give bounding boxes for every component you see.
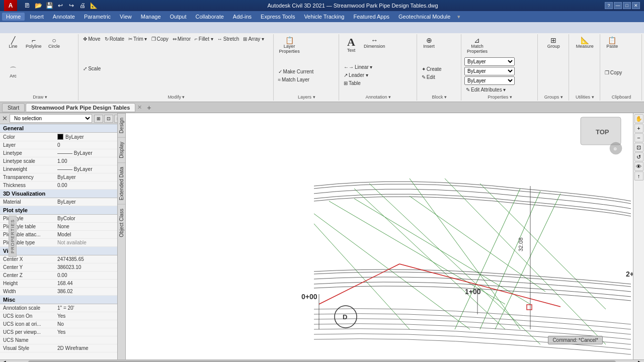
ribbon-btn-group[interactable]: ⊞ Group: [544, 35, 562, 50]
ribbon-btn-match-properties[interactable]: ⊿ MatchProperties: [464, 35, 490, 55]
app-logo[interactable]: A: [4, 0, 17, 11]
hscroll-thumb[interactable]: [28, 360, 616, 363]
panel-close-btn[interactable]: ✕: [2, 115, 8, 122]
qa-print[interactable]: 🖨: [77, 1, 88, 10]
material-value[interactable]: ByLayer: [55, 199, 125, 205]
doc-tab-start[interactable]: Start: [2, 103, 25, 112]
linetype-scale-value[interactable]: 1.00: [55, 158, 125, 164]
ribbon-btn-line[interactable]: ╱ Line: [4, 35, 22, 50]
ucs-name-value[interactable]: [55, 340, 125, 341]
plot-style-value[interactable]: ByColor: [55, 215, 125, 222]
look-btn[interactable]: 👁: [634, 162, 643, 171]
doc-tab-drawing[interactable]: Streamwood Park Pipe Design Tables: [26, 103, 135, 112]
ribbon-btn-layer-properties[interactable]: 📋 LayerProperties: [277, 35, 302, 55]
ribbon-btn-paste[interactable]: 📋 Paste: [603, 35, 621, 50]
side-tab-object-class[interactable]: Object Class: [118, 204, 125, 241]
properties-label[interactable]: PROPERTIES: [9, 216, 17, 257]
height-value[interactable]: 168.44: [55, 280, 125, 287]
selection-dropdown[interactable]: No selection: [10, 114, 92, 123]
thickness-value[interactable]: 0.00: [55, 182, 125, 189]
layer-dropdown[interactable]: ByLayer: [464, 57, 515, 66]
ribbon-btn-insert[interactable]: ⊕ Insert: [420, 35, 438, 50]
menu-vehicle-tracking[interactable]: Vehicle Tracking: [300, 13, 348, 21]
menu-manage[interactable]: Manage: [137, 13, 165, 21]
center-z-value[interactable]: 0.00: [55, 272, 125, 279]
section-plot-style[interactable]: Plot style ▼: [0, 206, 125, 215]
close-button[interactable]: ✕: [632, 2, 640, 9]
ribbon-btn-clipboard-copy[interactable]: ❐ Copy: [603, 69, 623, 76]
canvas-area[interactable]: 0+00 1+00 2+00 32.08 D D D D WCS: [126, 113, 633, 359]
linetype-value[interactable]: ——— ByLayer: [55, 150, 125, 156]
qa-new[interactable]: 🖹: [22, 1, 32, 10]
layer-value[interactable]: 0: [55, 142, 125, 148]
transparency-value[interactable]: ByLayer: [55, 174, 125, 180]
menu-add-ins[interactable]: Add-ins: [229, 13, 256, 21]
scroll-right-btn[interactable]: ▶: [636, 359, 644, 362]
scroll-left-btn[interactable]: ◀: [0, 359, 8, 362]
menu-featured-apps[interactable]: Featured Apps: [350, 13, 394, 21]
ucs-icon-at-origin-value[interactable]: No: [55, 321, 125, 327]
hscrollbar[interactable]: ◀ ▶: [0, 359, 644, 362]
ribbon-btn-make-current[interactable]: ✓ Make Current: [277, 68, 315, 75]
ribbon-btn-leader[interactable]: ↗ Leader ▾: [342, 71, 374, 79]
side-tab-display[interactable]: Display: [118, 137, 125, 162]
ribbon-btn-array[interactable]: ⊞ Array ▾: [242, 35, 266, 43]
qa-save[interactable]: 💾: [44, 1, 54, 10]
annotation-scale-value[interactable]: 1" = 20': [55, 305, 125, 311]
zoom-in-btn[interactable]: +: [634, 124, 643, 133]
width-value[interactable]: 386.02: [55, 288, 125, 295]
ribbon-btn-scale[interactable]: ⤢ Scale: [82, 65, 102, 72]
plot-style-table-value[interactable]: None: [55, 223, 125, 230]
ribbon-btn-measure[interactable]: 📐 Measure: [574, 35, 596, 50]
walk-btn[interactable]: ↑: [634, 171, 643, 180]
ribbon-btn-trim[interactable]: ✂ Trim ▾: [127, 35, 148, 43]
linetype-dropdown[interactable]: ByLayer: [464, 67, 515, 75]
ribbon-btn-arc[interactable]: ⌒ Arc: [4, 65, 22, 80]
help-button[interactable]: ?: [605, 2, 613, 9]
ribbon-btn-stretch[interactable]: ↔ Stretch: [216, 35, 241, 43]
menu-home[interactable]: Home: [2, 13, 25, 21]
qa-undo[interactable]: ↩: [55, 1, 65, 10]
section-general[interactable]: General ▼: [0, 124, 125, 133]
ribbon-btn-mirror[interactable]: ⇔ Mirror: [171, 35, 192, 43]
orbit-btn[interactable]: ↺: [634, 152, 643, 161]
section-misc[interactable]: Misc ▼: [0, 296, 125, 304]
ribbon-btn-match-layer[interactable]: ≈ Match Layer: [277, 76, 315, 83]
visual-style-value[interactable]: 2D Wireframe: [55, 345, 125, 351]
ribbon-btn-edit-block[interactable]: ✎ Edit: [420, 73, 443, 81]
menu-express-tools[interactable]: Express Tools: [257, 13, 299, 21]
section-3d-viz[interactable]: 3D Visualization ▼: [0, 190, 125, 198]
pan-btn[interactable]: ✋: [634, 114, 643, 123]
ribbon-btn-fillet[interactable]: ⌐ Fillet ▾: [193, 35, 215, 43]
menu-insert[interactable]: Insert: [26, 13, 48, 21]
doc-tab-add[interactable]: +: [144, 103, 154, 113]
side-tab-extended-data[interactable]: Extended Data: [118, 162, 125, 204]
menu-annotate[interactable]: Annotate: [49, 13, 79, 21]
menu-view[interactable]: View: [116, 13, 136, 21]
ucs-per-viewport-value[interactable]: Yes: [55, 329, 125, 335]
zoom-extents-btn[interactable]: ⊡: [634, 143, 643, 152]
ribbon-btn-create[interactable]: ✦ Create: [420, 65, 443, 73]
ucs-icon-on-value[interactable]: Yes: [55, 313, 125, 319]
ribbon-btn-table[interactable]: ⊞ Table: [342, 79, 374, 87]
ribbon-btn-rotate[interactable]: ↻ Rotate: [103, 35, 126, 43]
ribbon-btn-copy[interactable]: ❐ Copy: [150, 35, 170, 43]
minimize-button[interactable]: —: [614, 2, 622, 9]
panel-toggle-2[interactable]: ⊡: [104, 115, 113, 123]
zoom-out-btn[interactable]: −: [634, 133, 643, 142]
menu-parametric[interactable]: Parametric: [80, 13, 115, 21]
section-view[interactable]: View ▼: [0, 247, 125, 255]
ribbon-btn-dimension[interactable]: ↔ Dimension: [361, 35, 388, 50]
ribbon-btn-move[interactable]: ✥ Move: [82, 35, 102, 43]
menu-collaborate[interactable]: Collaborate: [192, 13, 228, 21]
qa-measure[interactable]: 📐: [89, 1, 99, 10]
maximize-button[interactable]: □: [623, 2, 631, 9]
ribbon-btn-circle[interactable]: ○ Circle: [45, 35, 63, 50]
ribbon-btn-polyline[interactable]: ⌐ Polyline: [23, 35, 44, 50]
lineweight-dropdown[interactable]: ByLayer: [464, 76, 515, 85]
qa-redo[interactable]: ↪: [66, 1, 76, 10]
side-tab-design[interactable]: Design: [118, 113, 125, 137]
ribbon-btn-text[interactable]: A Text: [342, 35, 360, 54]
center-y-value[interactable]: 386023.10: [55, 264, 125, 270]
center-x-value[interactable]: 2474385.65: [55, 256, 125, 262]
